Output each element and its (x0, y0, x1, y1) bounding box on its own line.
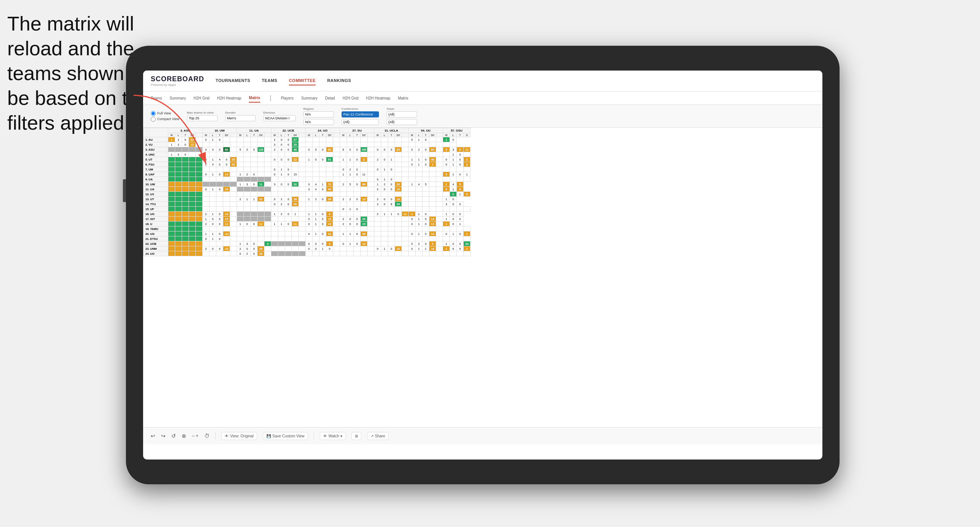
table-row: 7. UM 010 020 010 (143, 167, 471, 172)
table-row: 1. AU 12023 010 20027 010 10 (143, 137, 471, 142)
table-row: 24. UO 02029 (143, 251, 471, 256)
share-icon: ↗ (371, 434, 374, 438)
tab-players-detail[interactable]: Detail (325, 94, 335, 102)
team-select[interactable]: (All) (387, 111, 417, 117)
table-row: 13. UT 21122 02038 12026 22012 20018 10 (143, 197, 471, 202)
filter-conference: Conference Pac-12 Conference (All) (All) (342, 107, 379, 125)
filter-team: Team (All) (All) (387, 107, 417, 125)
nav-rankings[interactable]: RANKINGS (327, 76, 351, 85)
table-row: 6. FSU 140025 0101 0102 (143, 162, 471, 167)
undo-icon[interactable]: ↩ (151, 433, 155, 439)
asu-x (196, 133, 203, 137)
navbar: SCOREBOARD Powered by clippd TOURNAMENTS… (143, 71, 822, 92)
timer-icon[interactable]: ⏱ (204, 433, 210, 439)
tab-players-summary[interactable]: Summary (301, 94, 318, 102)
max-teams-select[interactable]: Top 25 Top 50 (187, 115, 218, 121)
view-original-icon: 👁 (225, 434, 229, 438)
tab-h2h-heatmap[interactable]: H2H Heatmap (217, 94, 241, 102)
col-asu: 3. ASU (168, 128, 203, 133)
nav-teams[interactable]: TEAMS (262, 76, 277, 85)
col-osu: 57. OSU (443, 128, 471, 133)
table-row: 11. UA 01010 34040 00015 010 (143, 187, 471, 192)
col-ucla: 31. UCLA (374, 128, 409, 133)
tablet-frame: SCOREBOARD Powered by clippd TOURNAMENTS… (126, 46, 840, 484)
table-row: 2. VU 12012 30025 (143, 142, 471, 147)
compact-view-radio[interactable]: Compact View (151, 117, 179, 122)
tablet-screen: SCOREBOARD Powered by clippd TOURNAMENTS… (143, 71, 822, 460)
bottom-toolbar: ↩ ↪ ↺ ⊕ – + ⏱ 👁 View: Original 💾 Save Cu… (143, 427, 822, 444)
save-icon: 💾 (266, 434, 271, 438)
table-row: 4. UNC 100 10 (143, 152, 471, 157)
table-row: 22. UCB 1303 0004 01012 0203 10044 (143, 241, 471, 246)
col-uu: 54. UU (409, 128, 443, 133)
filter-bar: Full View Compact View Max teams in view… (143, 105, 822, 128)
save-custom-view-button[interactable]: 💾 Save Custom View (263, 432, 308, 440)
refresh-icon[interactable]: ↺ (171, 433, 176, 439)
tab-teams[interactable]: Teams (151, 94, 162, 102)
logo-area: SCOREBOARD Powered by clippd (151, 75, 204, 87)
zoom-in-icon[interactable]: ⊕ (182, 433, 186, 439)
share-button[interactable]: ↗ Share (367, 432, 389, 440)
table-row: 21. ETSU 010 (143, 236, 471, 241)
table-row: 8. UAF 01014 120 01015 11011 0101 (143, 172, 471, 177)
tab-summary[interactable]: Summary (169, 94, 186, 102)
col-ucb: 22. UCB (271, 128, 306, 133)
col-uo: 24. UO (306, 128, 340, 133)
sub-tabs: Teams Summary H2H Grid H2H Heatmap Matri… (143, 92, 822, 105)
filter-region: Region N/A N/A (303, 107, 334, 125)
table-row: 18. U 20011 10011 11011 01010 20015 0101… (143, 222, 471, 227)
table-row: 15. UF 010 (143, 207, 471, 212)
table-row: 23. UNM 200-21 20025 0010 01010 01118 16… (143, 246, 471, 251)
asu-l: L (175, 133, 182, 137)
region-select-2[interactable]: N/A (303, 119, 334, 125)
col-su: 27. SU (340, 128, 374, 133)
col-ua: 11. UA (237, 128, 271, 133)
redo-icon[interactable]: ↪ (161, 433, 166, 439)
view-original-button[interactable]: 👁 View: Original (221, 432, 257, 440)
gender-select[interactable]: Men's Women's (225, 115, 256, 121)
table-row: 14. TTU 02036 20829 300 (143, 202, 471, 207)
tab-matrix[interactable]: Matrix (249, 94, 260, 103)
tab-players-h2h-heatmap[interactable]: H2H Heatmap (366, 94, 390, 102)
table-row: 10. UW 13011 30032 04172 25066 12053 145… (143, 182, 471, 187)
table-row: 20. UG 110-34 01023 11040 01013 0101 (143, 231, 471, 236)
table-row: 3. ASU 04080 500120 20048 00052 600160 0… (143, 147, 471, 152)
filter-gender: Gender Men's Women's (225, 111, 256, 121)
tab-players-matrix[interactable]: Matrix (398, 94, 408, 102)
watch-icon: 👁 (323, 434, 327, 438)
full-view-radio[interactable]: Full View (151, 111, 179, 116)
table-row: 19. TAMU (143, 227, 471, 231)
asu-t: T (182, 133, 189, 137)
tab-h2h-grid[interactable]: H2H Grid (193, 94, 210, 102)
logo-sub: Powered by clippd (151, 83, 204, 87)
logo-text: SCOREBOARD (151, 75, 204, 83)
region-select[interactable]: N/A (303, 111, 334, 117)
matrix-scroll-area[interactable]: 3. ASU 10. UW 11. UA 22. UCB 24. UO 27. … (143, 128, 822, 427)
tab-players-h2h-grid[interactable]: H2H Grid (343, 94, 359, 102)
watch-button[interactable]: 👁 Watch ▾ (320, 432, 346, 440)
corner-header (143, 128, 168, 137)
filter-max-teams: Max teams in view Top 25 Top 50 (187, 111, 218, 121)
view-options: Full View Compact View (151, 111, 179, 122)
table-row: 17. GIT 10010 01010 20020 01013 100 (143, 217, 471, 222)
nav-committee[interactable]: COMMITTEE (289, 76, 316, 85)
table-row: 16. UO 21014 1201 1105 211011 110 100 (143, 212, 471, 217)
table-row: 5. UT 014035 00022 10051 1102 201 11040 … (143, 157, 471, 162)
conference-select-2[interactable]: (All) (342, 119, 379, 125)
matrix-table: 3. ASU 10. UW 11. UA 22. UCB 24. UO 27. … (143, 128, 471, 256)
table-row: 9. UA 010 (143, 177, 471, 182)
tab-players[interactable]: Players (281, 94, 293, 102)
conference-select[interactable]: Pac-12 Conference (All) (342, 111, 379, 117)
asu-dif: Dif (189, 133, 196, 137)
table-row: 12. UV 015 (143, 192, 471, 197)
nav-tournaments[interactable]: TOURNAMENTS (216, 76, 250, 85)
filter-division: Division NCAA Division I (263, 111, 296, 121)
division-select[interactable]: NCAA Division I (263, 115, 296, 121)
zoom-controls[interactable]: – + (192, 433, 198, 439)
team-select-2[interactable]: (All) (387, 119, 417, 125)
nav-items: TOURNAMENTS TEAMS COMMITTEE RANKINGS (216, 76, 351, 85)
asu-w: W (168, 133, 175, 137)
group-button[interactable]: ⊞ (351, 432, 361, 440)
col-uw: 10. UW (203, 128, 237, 133)
